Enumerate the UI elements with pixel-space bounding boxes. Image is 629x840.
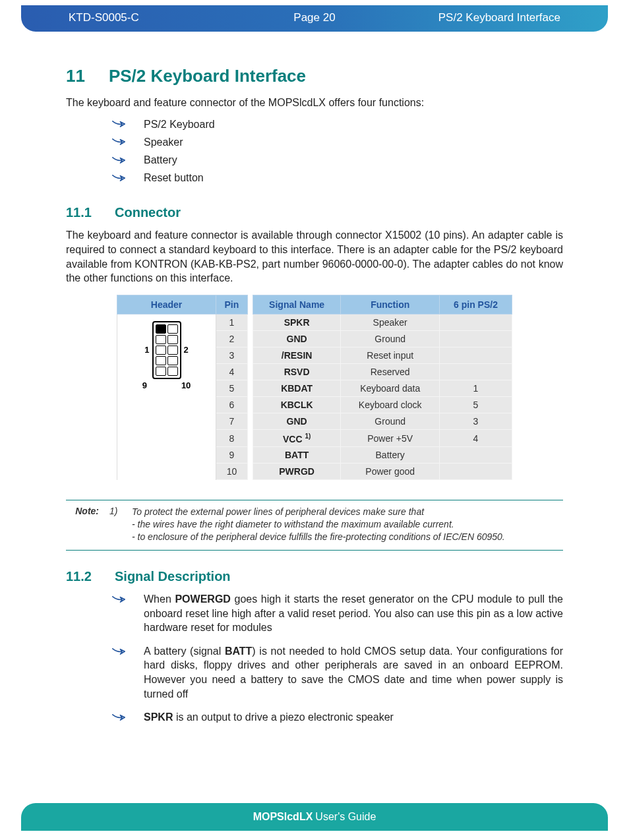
cell-pin: 10: [216, 464, 248, 480]
list-item: When POWERGD goes high it starts the res…: [112, 592, 563, 635]
intro-paragraph: The keyboard and feature connector of th…: [66, 96, 563, 110]
arrow-icon: [112, 119, 125, 129]
cell-signal: GND: [253, 330, 341, 347]
arrow-icon: [112, 647, 125, 656]
heading-text: Signal Description: [115, 569, 231, 584]
list-item-text: When POWERGD goes high it starts the res…: [144, 592, 563, 635]
cell-ps2: 3: [440, 413, 512, 429]
cell-ps2: [440, 447, 512, 464]
pinout-table: Header Pin Signal Name Function 6 pin PS…: [117, 295, 512, 481]
cell-function: Reserved: [341, 363, 440, 380]
list-item: PS/2 Keyboard: [112, 115, 563, 133]
heading-number: 11: [66, 66, 85, 86]
cell-ps2: 4: [440, 429, 512, 447]
note-body: To protect the external power lines of p…: [132, 506, 563, 543]
cell-signal: /RESIN: [253, 347, 341, 363]
list-item-text: PS/2 Keyboard: [144, 115, 215, 133]
cell-ps2: [440, 464, 512, 480]
arrow-icon: [112, 595, 125, 604]
heading-11-2: 11.2 Signal Description: [66, 569, 563, 584]
cell-pin: 7: [216, 413, 248, 429]
cell-function: Keyboard data: [341, 380, 440, 396]
heading-text: PS/2 Keyboard Interface: [109, 66, 306, 86]
page-body: 11 PS/2 Keyboard Interface The keyboard …: [66, 66, 563, 734]
list-item: SPKR is an output to drive a piezo elect…: [112, 710, 563, 725]
cell-pin: 1: [216, 314, 248, 330]
cell-function: Speaker: [341, 314, 440, 330]
heading-11: 11 PS/2 Keyboard Interface: [66, 66, 563, 86]
cell-signal: PWRGD: [253, 464, 341, 480]
col-header: Header: [117, 295, 216, 314]
list-item: A battery (signal BATT) is not needed to…: [112, 644, 563, 701]
footer-suffix: User's Guide: [315, 811, 376, 823]
cell-ps2: [440, 347, 512, 363]
footer-product: MOPSlcdLX: [253, 811, 313, 823]
connector-grid: [152, 321, 181, 379]
heading-number: 11.1: [66, 205, 95, 220]
arrow-icon: [112, 713, 125, 722]
cell-function: Power +5V: [341, 429, 440, 447]
arrow-icon: [112, 156, 125, 165]
cell-pin: 8: [216, 429, 248, 447]
col-function: Function: [341, 295, 440, 314]
cell-pin: 2: [216, 330, 248, 347]
cell-pin: 5: [216, 380, 248, 396]
cell-signal: RSVD: [253, 363, 341, 380]
list-item-text: Reset button: [144, 169, 204, 187]
connector-paragraph: The keyboard and feature connector is av…: [66, 228, 563, 285]
cell-pin: 3: [216, 347, 248, 363]
cell-signal: BATT: [253, 447, 341, 464]
col-pin: Pin: [216, 295, 248, 314]
cell-pin: 9: [216, 447, 248, 464]
list-item: Battery: [112, 151, 563, 169]
section-title: PS/2 Keyboard Interface: [396, 11, 560, 24]
list-item-text: A battery (signal BATT) is not needed to…: [144, 644, 563, 701]
cell-function: Keyboard clock: [341, 396, 440, 413]
cell-ps2: 1: [440, 380, 512, 396]
heading-text: Connector: [115, 205, 181, 220]
cell-function: Power good: [341, 464, 440, 480]
cell-signal: KBDAT: [253, 380, 341, 396]
arrow-icon: [112, 173, 125, 183]
cell-signal: GND: [253, 413, 341, 429]
cell-ps2: [440, 363, 512, 380]
header-diagram-cell: 12910: [117, 314, 216, 480]
note-label: Note:: [66, 506, 99, 543]
cell-signal: SPKR: [253, 314, 341, 330]
note-number: 1): [109, 506, 121, 543]
col-ps2: 6 pin PS/2: [440, 295, 512, 314]
feature-list: PS/2 KeyboardSpeakerBatteryReset button: [112, 115, 563, 187]
table-row: 129101SPKRSpeaker: [117, 314, 512, 330]
heading-number: 11.2: [66, 569, 95, 584]
cell-ps2: [440, 314, 512, 330]
cell-ps2: 5: [440, 396, 512, 413]
cell-function: Ground: [341, 330, 440, 347]
col-signal: Signal Name: [253, 295, 341, 314]
page-number: Page 20: [233, 11, 397, 24]
note-block: Note: 1) To protect the external power l…: [66, 500, 563, 551]
page-header: KTD-S0005-C Page 20 PS/2 Keyboard Interf…: [21, 5, 608, 32]
cell-ps2: [440, 330, 512, 347]
cell-function: Ground: [341, 413, 440, 429]
cell-pin: 6: [216, 396, 248, 413]
doc-id: KTD-S0005-C: [69, 11, 233, 24]
cell-function: Reset input: [341, 347, 440, 363]
arrow-icon: [112, 137, 125, 146]
connector-diagram: 12910: [121, 321, 212, 390]
list-item: Reset button: [112, 169, 563, 187]
cell-signal: KBCLK: [253, 396, 341, 413]
list-item: Speaker: [112, 133, 563, 151]
list-item-text: SPKR is an output to drive a piezo elect…: [144, 710, 563, 725]
page-footer: MOPSlcdLX User's Guide: [21, 803, 608, 831]
heading-11-1: 11.1 Connector: [66, 205, 563, 220]
cell-function: Battery: [341, 447, 440, 464]
list-item-text: Battery: [144, 151, 177, 169]
signal-description-list: When POWERGD goes high it starts the res…: [112, 592, 563, 725]
cell-signal: VCC 1): [253, 429, 341, 447]
cell-pin: 4: [216, 363, 248, 380]
list-item-text: Speaker: [144, 133, 183, 151]
